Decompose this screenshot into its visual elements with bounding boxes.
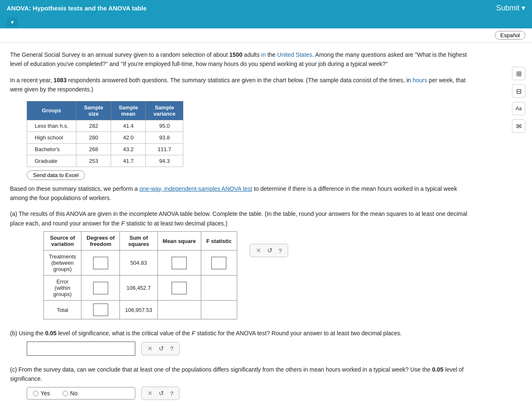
anova-col-ms: Mean square: [157, 232, 201, 251]
question-c-action-btns: ✕ ↺ ?: [141, 387, 180, 400]
table-row: Bachelor's 268 43.2 111.7: [27, 143, 183, 155]
sample-variance: 94.3: [146, 155, 183, 167]
anova-col-source: Source ofvariation: [44, 232, 81, 251]
anova-table: Source ofvariation Degrees offreedom Sum…: [43, 231, 237, 319]
col-sample-size: Samplesize: [76, 101, 111, 120]
anova-ms-treatments-input[interactable]: [172, 257, 187, 269]
anova-f-total: [201, 301, 237, 319]
qa-refresh-button[interactable]: ↺: [266, 246, 274, 255]
anova-ss-treatments: 504.83: [120, 251, 157, 276]
qc-clear-button[interactable]: ✕: [146, 389, 155, 398]
chevron-row: ▾: [0, 16, 532, 28]
sample-variance: 93.8: [146, 132, 183, 143]
anova-df-total-input[interactable]: [93, 304, 108, 316]
group-name: Less than h.s.: [27, 120, 76, 132]
anova-source-total: Total: [44, 301, 81, 319]
anova-source-treatments: Treatments(betweengroups): [44, 251, 81, 276]
table-row: Less than h.s. 282 41.4 95.0: [27, 120, 183, 132]
table-icon[interactable]: ⊟: [512, 84, 525, 98]
text-icon[interactable]: Aa: [512, 102, 525, 115]
table-row: High school 280 42.0 93.8: [27, 132, 183, 143]
anova-df-error-input[interactable]: [93, 282, 108, 294]
sample-mean: 43.2: [111, 143, 146, 155]
sample-size: 253: [76, 155, 111, 167]
sample-size: 282: [76, 120, 111, 132]
main-content: The General Social Survey is an annual s…: [0, 43, 484, 410]
qa-clear-button[interactable]: ✕: [254, 246, 263, 255]
anova-ss-error: 106,452.7: [120, 276, 157, 301]
mail-icon[interactable]: ✉: [512, 119, 525, 133]
qc-help-button[interactable]: ?: [168, 389, 175, 398]
no-option[interactable]: No: [63, 390, 78, 397]
question-b-label: (b) Using the 0.05 level of significance…: [10, 329, 474, 338]
sample-variance: 111.7: [146, 143, 183, 155]
anova-f-treatments-input[interactable]: [211, 257, 226, 269]
col-sample-variance: Samplevariance: [146, 101, 183, 120]
calculator-icon[interactable]: ⊞: [512, 67, 525, 80]
col-sample-mean: Samplemean: [111, 101, 146, 120]
sample-mean: 41.7: [111, 155, 146, 167]
anova-col-df: Degrees offreedom: [81, 232, 120, 251]
data-table: Groups Samplesize Samplemean Samplevaria…: [27, 101, 183, 167]
qb-help-button[interactable]: ?: [168, 344, 175, 353]
anova-ms-error: [157, 276, 201, 301]
question-a-action-btns: ✕ ↺ ?: [250, 244, 288, 257]
yes-option[interactable]: Yes: [33, 390, 50, 397]
header-title: ANOVA: Hypothesis tests and the ANOVA ta…: [7, 5, 147, 12]
sample-size: 280: [76, 132, 111, 143]
espanol-button[interactable]: Español: [495, 31, 525, 40]
question-a-label: (a) The results of this ANOVA are given …: [10, 209, 474, 228]
intro-paragraph2: In a recent year, 1083 respondents answe…: [10, 76, 474, 94]
group-name: Graduate: [27, 155, 76, 167]
anova-row-error: Error(withingroups) 106,452.7: [44, 276, 237, 301]
sidebar-icons: ⊞ ⊟ Aa ✉: [512, 67, 525, 133]
sample-size: 268: [76, 143, 111, 155]
question-b-action-btns: ✕ ↺ ?: [141, 342, 180, 355]
sample-mean: 41.4: [111, 120, 146, 132]
anova-ms-treatments: [157, 251, 201, 276]
anova-ms-total: [157, 301, 201, 319]
qb-refresh-button[interactable]: ↺: [157, 344, 166, 353]
anova-row-treatments: Treatments(betweengroups) 504.83: [44, 251, 237, 276]
anova-f-error: [201, 276, 237, 301]
yes-label: Yes: [41, 390, 50, 397]
based-on-text: Based on these summary statistics, we pe…: [10, 184, 474, 203]
anova-ss-total: 106,957.53: [120, 301, 157, 319]
header-bar: ANOVA: Hypothesis tests and the ANOVA ta…: [0, 0, 532, 16]
group-name: Bachelor's: [27, 143, 76, 155]
anova-link[interactable]: one-way, independent-samples ANOVA test: [139, 185, 252, 192]
no-label: No: [70, 390, 78, 397]
anova-df-treatments: [81, 251, 120, 276]
send-excel-button[interactable]: Send data to Excel: [27, 170, 85, 180]
anova-f-treatments: [201, 251, 237, 276]
anova-source-error: Error(withingroups): [44, 276, 81, 301]
anova-col-f: F statistic: [201, 232, 237, 251]
anova-row-total: Total 106,957.53: [44, 301, 237, 319]
no-radio[interactable]: [63, 391, 68, 396]
table-row: Graduate 253 41.7 94.3: [27, 155, 183, 167]
yes-no-radio-group: Yes No: [27, 387, 135, 400]
qc-refresh-button[interactable]: ↺: [157, 389, 166, 398]
anova-df-treatments-input[interactable]: [93, 257, 108, 269]
anova-df-total: [81, 301, 120, 319]
sample-mean: 42.0: [111, 132, 146, 143]
qa-help-button[interactable]: ?: [277, 246, 284, 255]
qb-clear-button[interactable]: ✕: [146, 344, 155, 353]
submit-button[interactable]: Submit ▾: [496, 3, 525, 13]
critical-value-input[interactable]: [27, 342, 135, 356]
intro-paragraph1: The General Social Survey is an annual s…: [10, 50, 474, 69]
anova-col-ss: Sum ofsquares: [120, 232, 157, 251]
question-c-label: (c) From the survey data, can we conclud…: [10, 365, 474, 384]
top-bar: Español: [0, 28, 532, 43]
sample-variance: 95.0: [146, 120, 183, 132]
anova-df-error: [81, 276, 120, 301]
chevron-down-icon[interactable]: ▾: [7, 18, 18, 27]
col-groups: Groups: [27, 101, 76, 120]
group-name: High school: [27, 132, 76, 143]
yes-radio[interactable]: [33, 391, 38, 396]
anova-ms-error-input[interactable]: [172, 282, 187, 294]
